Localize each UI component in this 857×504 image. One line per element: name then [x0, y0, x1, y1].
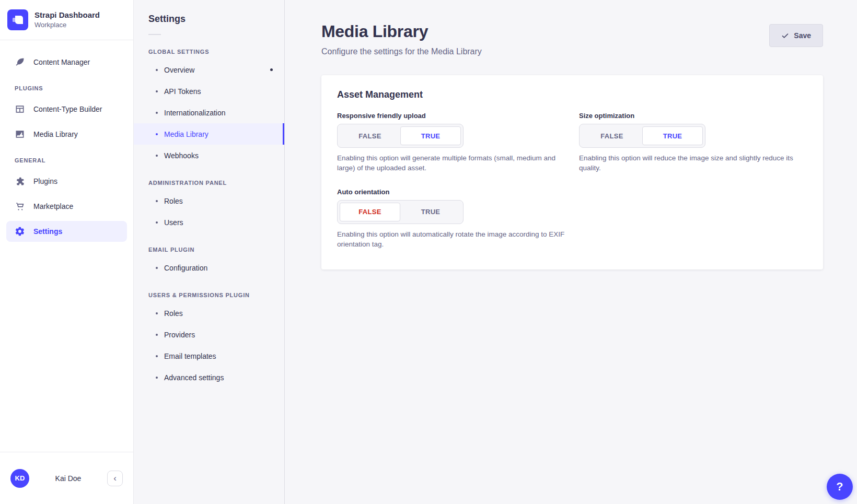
field-label: Auto orientation	[337, 188, 565, 196]
subnav-item-label: Roles	[164, 309, 183, 318]
toggle-option-false[interactable]: FALSE	[340, 203, 400, 221]
field-hint: Enabling this option will reduce the ima…	[579, 154, 807, 173]
subnav-item-media-library[interactable]: Media Library	[134, 123, 284, 145]
bullet-icon	[156, 312, 158, 314]
sidebar-nav: Content Manager PLUGINS Content-Type Bui…	[0, 40, 133, 452]
subnav-item-up-roles[interactable]: Roles	[134, 302, 284, 324]
sidebar-item-label: Settings	[33, 227, 62, 236]
settings-subnav: Settings GLOBAL SETTINGS Overview API To…	[134, 0, 285, 504]
help-button[interactable]: ?	[827, 474, 853, 500]
subnav-item-up-email-templates[interactable]: Email templates	[134, 345, 284, 367]
puzzle-piece-icon	[15, 176, 25, 186]
subnav-item-admin-users[interactable]: Users	[134, 212, 284, 233]
avatar[interactable]: KD	[10, 469, 29, 488]
bullet-icon	[156, 69, 158, 71]
subnav-item-label: Roles	[164, 197, 183, 205]
sidebar-footer: KD Kai Doe ‹	[0, 452, 133, 504]
asset-management-panel: Asset Management Responsive friendly upl…	[321, 75, 823, 269]
page-title: Media Library	[321, 22, 482, 41]
sidebar-item-label: Media Library	[33, 130, 78, 138]
field-label: Responsive friendly upload	[337, 112, 565, 120]
field-label: Size optimization	[579, 112, 807, 120]
notification-dot-icon	[270, 68, 273, 71]
subnav-item-label: Media Library	[164, 130, 209, 138]
bullet-icon	[156, 155, 158, 157]
subnav-item-overview[interactable]: Overview	[134, 59, 284, 80]
subnav-item-label: Configuration	[164, 264, 207, 272]
sidebar-item-marketplace[interactable]: Marketplace	[6, 196, 127, 217]
subnav-title: Settings	[134, 14, 284, 25]
bullet-icon	[156, 200, 158, 202]
toggle-option-true[interactable]: TRUE	[400, 203, 461, 221]
feather-pen-icon	[15, 57, 25, 67]
responsive-friendly-upload-toggle: FALSE TRUE	[337, 124, 464, 148]
subnav-item-email-configuration[interactable]: Configuration	[134, 257, 284, 278]
brand-header[interactable]: Strapi Dashboard Workplace	[0, 0, 133, 40]
bullet-icon	[156, 112, 158, 114]
subnav-item-label: Advanced settings	[164, 373, 224, 382]
subnav-item-admin-roles[interactable]: Roles	[134, 190, 284, 212]
bullet-icon	[156, 221, 158, 224]
subnav-divider	[148, 34, 161, 35]
sidebar-section-plugins: PLUGINS	[6, 85, 127, 91]
bullet-icon	[156, 90, 158, 92]
main-sidebar: Strapi Dashboard Workplace Content Manag…	[0, 0, 134, 504]
panel-title: Asset Management	[337, 89, 807, 100]
subnav-item-label: Overview	[164, 66, 194, 74]
collapse-sidebar-button[interactable]: ‹	[107, 471, 123, 486]
sidebar-item-plugins[interactable]: Plugins	[6, 171, 127, 192]
bullet-icon	[156, 133, 158, 135]
page-subtitle: Configure the settings for the Media Lib…	[321, 47, 482, 56]
brand-subtitle: Workplace	[34, 21, 100, 29]
subnav-section-email-plugin: EMAIL PLUGIN	[134, 247, 284, 253]
field-hint: Enabling this option will automatically …	[337, 230, 565, 250]
toggle-option-false[interactable]: FALSE	[340, 126, 400, 145]
subnav-section-users-permissions-plugin: USERS & PERMISSIONS PLUGIN	[134, 292, 284, 298]
subnav-item-up-providers[interactable]: Providers	[134, 324, 284, 345]
field-hint: Enabling this option will generate multi…	[337, 154, 565, 173]
subnav-item-label: API Tokens	[164, 87, 201, 96]
subnav-item-label: Email templates	[164, 352, 216, 360]
check-icon	[781, 32, 789, 40]
sidebar-item-label: Content Manager	[33, 58, 90, 66]
auto-orientation-toggle: FALSE TRUE	[337, 200, 464, 224]
picture-icon	[15, 129, 25, 139]
subnav-item-label: Internationalization	[164, 109, 226, 117]
subnav-item-api-tokens[interactable]: API Tokens	[134, 80, 284, 102]
shopping-cart-icon	[15, 201, 25, 212]
sidebar-item-content-manager[interactable]: Content Manager	[6, 52, 127, 73]
field-auto-orientation: Auto orientation FALSE TRUE Enabling thi…	[337, 188, 565, 250]
save-button[interactable]: Save	[769, 24, 823, 47]
toggle-option-true[interactable]: TRUE	[400, 126, 461, 145]
chevron-left-icon: ‹	[113, 474, 117, 483]
subnav-item-webhooks[interactable]: Webhooks	[134, 145, 284, 166]
size-optimization-toggle: FALSE TRUE	[579, 124, 705, 148]
bullet-icon	[156, 377, 158, 379]
sidebar-item-settings[interactable]: Settings	[6, 221, 127, 242]
toggle-option-true[interactable]: TRUE	[642, 126, 703, 145]
sidebar-section-general: GENERAL	[6, 157, 127, 163]
subnav-item-up-advanced-settings[interactable]: Advanced settings	[134, 367, 284, 388]
toggle-option-false[interactable]: FALSE	[582, 126, 642, 145]
layout-grid-icon	[15, 104, 25, 114]
question-mark-icon: ?	[836, 480, 843, 494]
sidebar-item-label: Plugins	[33, 177, 57, 185]
page-header: Media Library Configure the settings for…	[285, 0, 857, 56]
sidebar-item-media-library[interactable]: Media Library	[6, 124, 127, 145]
subnav-item-label: Users	[164, 218, 183, 227]
sidebar-item-label: Content-Type Builder	[33, 105, 102, 113]
sidebar-item-label: Marketplace	[33, 202, 73, 210]
subnav-section-administration-panel: ADMINISTRATION PANEL	[134, 180, 284, 186]
bullet-icon	[156, 355, 158, 357]
subnav-item-label: Providers	[164, 331, 195, 339]
field-size-optimization: Size optimization FALSE TRUE Enabling th…	[579, 112, 807, 173]
subnav-item-internationalization[interactable]: Internationalization	[134, 102, 284, 123]
sidebar-item-content-type-builder[interactable]: Content-Type Builder	[6, 99, 127, 120]
bullet-icon	[156, 334, 158, 336]
gear-icon	[15, 226, 25, 237]
subnav-item-label: Webhooks	[164, 151, 199, 160]
subnav-section-global-settings: GLOBAL SETTINGS	[134, 49, 284, 55]
brand-title: Strapi Dashboard	[34, 10, 100, 20]
bullet-icon	[156, 267, 158, 269]
save-button-label: Save	[794, 31, 811, 40]
